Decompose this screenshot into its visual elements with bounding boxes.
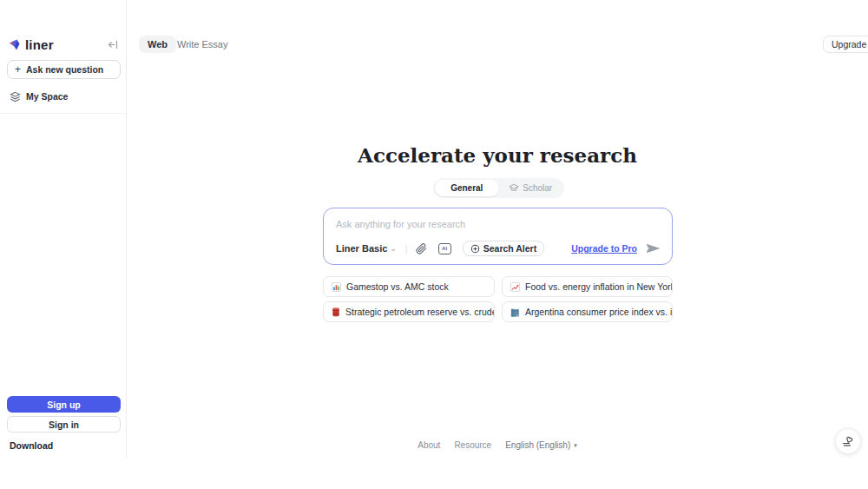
- chip-label: Food vs. energy inflation in New York Ci…: [525, 281, 673, 292]
- model-select[interactable]: Liner Basic ⌄: [336, 243, 397, 254]
- sign-in-button[interactable]: Sign in: [7, 416, 121, 433]
- chip-food-energy-inflation[interactable]: Food vs. energy inflation in New York Ci…: [502, 276, 673, 297]
- toolbar-right: Upgrade to Pro: [571, 242, 661, 254]
- chip-gamestop-amc[interactable]: Gamestop vs. AMC stock: [323, 276, 495, 297]
- sidebar: liner + Ask new question My Space Sign u…: [0, 0, 127, 458]
- search-alert-label: Search Alert: [483, 243, 536, 254]
- download-link[interactable]: Download: [10, 440, 53, 451]
- chart-increasing-icon: [510, 282, 520, 292]
- upgrade-to-pro-link[interactable]: Upgrade to Pro: [571, 243, 637, 254]
- chip-petroleum-crude[interactable]: Strategic petroleum reserve vs. crude oi…: [323, 301, 495, 322]
- collapse-sidebar-icon[interactable]: [108, 39, 119, 50]
- chip-label: Argentina consumer price index vs. inter…: [525, 307, 673, 317]
- page-title: Accelerate your research: [127, 143, 868, 167]
- caret-down-icon: ▾: [574, 442, 577, 449]
- my-space-label: My Space: [26, 91, 68, 102]
- sign-up-button[interactable]: Sign up: [7, 396, 121, 413]
- model-label: Liner Basic: [336, 243, 387, 254]
- chip-label: Gamestop vs. AMC stock: [346, 281, 449, 292]
- ai-image-button[interactable]: AI: [438, 243, 451, 254]
- attach-file-button[interactable]: [416, 243, 427, 254]
- alert-clock-icon: [470, 244, 480, 254]
- plus-icon: +: [15, 64, 21, 75]
- chevron-down-icon: ⌄: [390, 245, 397, 253]
- bar-chart-icon: [332, 282, 341, 292]
- ask-new-question-button[interactable]: + Ask new question: [7, 60, 121, 79]
- scholar-cap-icon: [509, 183, 519, 193]
- sidebar-item-my-space[interactable]: My Space: [10, 89, 68, 103]
- footer-link-resource[interactable]: Resource: [454, 440, 491, 450]
- upgrade-button[interactable]: Upgrade: [823, 36, 868, 53]
- toolbar-divider: |: [405, 243, 408, 254]
- scholar-label: Scholar: [523, 183, 552, 193]
- bank-icon: [510, 307, 520, 317]
- oil-drum-icon: [332, 307, 340, 317]
- search-alert-button[interactable]: Search Alert: [463, 241, 544, 256]
- tab-write-essay[interactable]: Write Essay: [170, 36, 234, 53]
- language-label: English (English): [505, 440, 570, 450]
- general-label: General: [450, 183, 483, 193]
- toggle-scholar[interactable]: Scholar: [499, 180, 563, 196]
- chip-argentina-cpi[interactable]: Argentina consumer price index vs. inter…: [502, 301, 673, 322]
- search-box: Liner Basic ⌄ | AI Search Alert Upgrade …: [323, 208, 673, 265]
- footer-link-about[interactable]: About: [418, 440, 440, 450]
- highlighter-feedback-button[interactable]: [835, 428, 861, 454]
- ai-image-icon: AI: [438, 243, 451, 254]
- logo-row: liner: [10, 36, 119, 52]
- chip-label: Strategic petroleum reserve vs. crude oi…: [345, 307, 495, 317]
- search-toolbar: Liner Basic ⌄ | AI Search Alert Upgrade …: [336, 241, 661, 256]
- send-button[interactable]: [646, 242, 661, 254]
- heart-pen-icon: [841, 434, 855, 448]
- sidebar-divider: [0, 113, 126, 114]
- liner-logo-icon: [10, 39, 21, 50]
- language-select[interactable]: English (English) ▾: [505, 440, 577, 450]
- search-input[interactable]: [336, 216, 660, 232]
- brand-name: liner: [25, 37, 54, 52]
- footer: About Resource English (English) ▾: [127, 440, 868, 450]
- suggestion-chips: Gamestop vs. AMC stock Food vs. energy i…: [323, 276, 673, 322]
- search-mode-toggle: General Scholar: [433, 178, 564, 198]
- ask-new-question-label: Ask new question: [26, 64, 103, 75]
- toggle-general[interactable]: General: [435, 180, 499, 196]
- layers-icon: [10, 91, 21, 102]
